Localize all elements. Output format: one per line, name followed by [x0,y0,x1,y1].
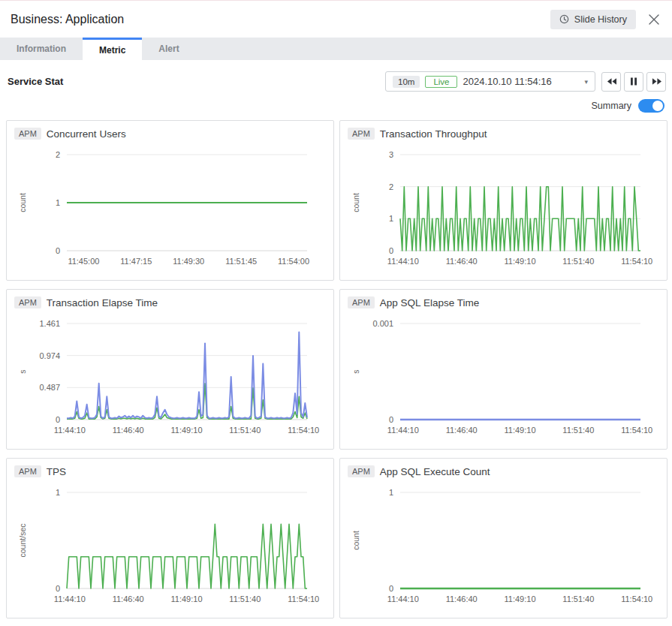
apm-badge: APM [14,465,41,477]
svg-text:11:51:40: 11:51:40 [229,426,261,435]
chart-title: Transaction Throughput [380,128,487,140]
svg-text:s: s [351,369,360,373]
svg-text:2: 2 [389,182,393,191]
svg-text:11:49:10: 11:49:10 [505,257,536,266]
chart-header: APM Transaction Elapse Time [14,296,327,308]
summary-toggle[interactable] [638,99,664,113]
chart-panel: APM TPS 0111:44:1011:46:4011:49:1011:51:… [6,458,334,618]
svg-text:0.974: 0.974 [39,351,60,360]
slide-history-button[interactable]: Slide History [550,10,636,29]
chart-panel: APM Transaction Throughput 012311:44:101… [339,120,667,281]
svg-text:11:54:10: 11:54:10 [288,426,319,435]
svg-text:0.001: 0.001 [372,319,393,328]
svg-text:11:46:40: 11:46:40 [113,426,144,435]
chart-plot: 00.4870.9741.46111:44:1011:46:4011:49:10… [13,308,327,441]
svg-text:1: 1 [389,214,393,223]
time-range-dropdown[interactable]: 10m Live 2024.10.10 11:54:16 ▾ [385,71,595,92]
chart-header: APM Concurrent Users [14,128,327,140]
tab-metric[interactable]: Metric [83,38,142,60]
chart-header: APM TPS [14,465,327,477]
svg-text:0: 0 [56,246,60,255]
svg-text:1: 1 [56,198,60,207]
chart-plot: 01211:45:0011:47:1511:49:3011:51:4511:54… [13,140,327,272]
range-badge[interactable]: 10m [393,76,420,88]
svg-text:11:51:40: 11:51:40 [562,594,594,603]
svg-text:1.461: 1.461 [39,319,60,328]
fast-forward-button[interactable] [646,72,666,92]
svg-text:3: 3 [389,150,393,159]
pause-button[interactable] [624,72,643,92]
apm-badge: APM [348,465,375,477]
svg-text:0: 0 [56,584,60,593]
tab-information[interactable]: Information [0,38,83,60]
svg-text:11:49:10: 11:49:10 [505,594,536,603]
chart-title: Concurrent Users [47,128,126,140]
svg-text:s: s [18,369,27,373]
chart-plot: 012311:44:1011:46:4011:49:1011:51:4011:5… [346,140,661,272]
svg-text:11:54:10: 11:54:10 [621,257,652,266]
chart-panel: APM Transaction Elapse Time 00.4870.9741… [6,289,334,450]
svg-text:count: count [351,531,360,550]
svg-text:11:46:40: 11:46:40 [113,594,144,603]
page-title: Business: Application [11,13,124,26]
tab-bar: Information Metric Alert [0,38,672,60]
svg-text:1: 1 [389,488,393,497]
svg-text:11:54:00: 11:54:00 [278,257,309,266]
chart-header: APM App SQL Execute Count [348,465,661,477]
svg-text:count: count [18,193,27,212]
svg-text:11:51:40: 11:51:40 [229,594,261,603]
summary-row: Summary [0,92,672,117]
svg-text:11:46:40: 11:46:40 [446,257,478,266]
toggle-knob [652,101,663,111]
svg-text:11:44:10: 11:44:10 [387,257,419,266]
apm-badge: APM [14,296,41,308]
svg-text:11:49:30: 11:49:30 [173,257,204,266]
apm-badge: APM [348,128,375,140]
svg-text:0: 0 [389,415,393,424]
svg-text:0: 0 [389,246,393,255]
chevron-down-icon: ▾ [584,78,588,86]
svg-text:11:51:40: 11:51:40 [562,257,594,266]
slide-history-label: Slide History [574,14,627,25]
svg-text:11:44:10: 11:44:10 [387,426,419,435]
chart-title: App SQL Execute Count [380,466,490,477]
svg-text:11:54:10: 11:54:10 [288,594,319,603]
rewind-button[interactable] [601,72,621,92]
chart-title: TPS [47,466,66,477]
chart-panel: APM App SQL Elapse Time 00.00111:44:1011… [339,289,667,450]
section-title: Service Stat [8,76,63,87]
svg-text:0.487: 0.487 [39,383,60,392]
svg-text:1: 1 [56,488,60,497]
tab-alert[interactable]: Alert [142,38,195,60]
svg-text:count: count [351,193,360,212]
svg-text:11:47:15: 11:47:15 [120,257,152,266]
svg-text:11:49:10: 11:49:10 [171,594,203,603]
rewind-icon [607,77,616,86]
svg-text:11:44:10: 11:44:10 [387,594,419,603]
close-icon[interactable] [648,14,660,26]
svg-text:11:54:10: 11:54:10 [621,594,652,603]
dialog-header: Business: Application Slide History [0,1,672,38]
clock-icon [559,14,569,24]
svg-text:11:51:45: 11:51:45 [225,257,257,266]
svg-text:2: 2 [56,150,60,159]
live-badge[interactable]: Live [425,76,457,88]
chart-grid: APM Concurrent Users 01211:45:0011:47:15… [6,120,667,618]
svg-text:count/sec: count/sec [18,524,27,558]
svg-text:11:46:40: 11:46:40 [446,426,478,435]
chart-panel: APM App SQL Execute Count 0111:44:1011:4… [339,458,667,618]
chart-title: Transaction Elapse Time [47,297,158,308]
datetime-value: 2024.10.10 11:54:16 [463,76,574,87]
chart-plot: 00.00111:44:1011:46:4011:49:1011:51:4011… [346,308,661,441]
pause-icon [630,77,637,86]
svg-text:11:44:10: 11:44:10 [54,426,86,435]
summary-label: Summary [592,101,631,111]
chart-header: APM App SQL Elapse Time [348,296,661,308]
svg-text:11:51:40: 11:51:40 [562,426,594,435]
chart-plot: 0111:44:1011:46:4011:49:1011:51:4011:54:… [13,477,327,609]
svg-text:0: 0 [56,415,60,424]
svg-text:11:46:40: 11:46:40 [446,594,478,603]
chart-header: APM Transaction Throughput [348,128,661,140]
svg-text:11:45:00: 11:45:00 [68,257,99,266]
service-stat-toolbar: Service Stat 10m Live 2024.10.10 11:54:1… [0,60,672,92]
